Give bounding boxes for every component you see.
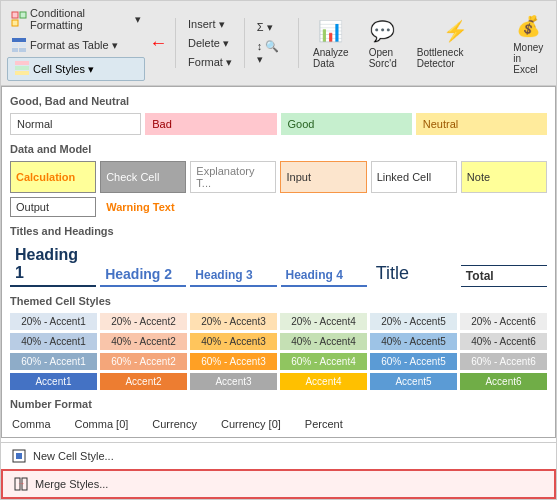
themed-cell[interactable]: 60% - Accent5 (370, 353, 457, 370)
title-cell[interactable]: Title (371, 260, 457, 287)
gbn-row: Normal Bad Good Neutral (10, 113, 547, 135)
themed-cell[interactable]: 20% - Accent2 (100, 313, 187, 330)
themed-cell[interactable]: 40% - Accent1 (10, 333, 97, 350)
insert-btn[interactable]: Insert ▾ (184, 16, 236, 33)
themed-cell[interactable]: Accent5 (370, 373, 457, 390)
toolbar: Conditional Formatting ▾ Format as Table… (1, 1, 556, 86)
svg-rect-2 (12, 20, 18, 26)
themed-cell[interactable]: Accent3 (190, 373, 277, 390)
format-as-table-btn[interactable]: Format as Table ▾ (7, 35, 145, 55)
heading1-cell[interactable]: Heading 1 (10, 243, 96, 287)
sort-icon: ↕ 🔍 ▾ (257, 40, 286, 66)
analyze-data-btn[interactable]: 📊 AnalyzeData (307, 15, 355, 71)
themed-grid: 20% - Accent120% - Accent220% - Accent32… (10, 313, 547, 390)
themed-cell[interactable]: 60% - Accent6 (460, 353, 547, 370)
headings-row: Heading 1 Heading 2 Heading 3 Heading 4 … (10, 243, 547, 287)
toolbar-sep1 (175, 18, 176, 68)
number-format-item[interactable]: Currency [0] (219, 416, 283, 432)
style-normal[interactable]: Normal (10, 113, 141, 135)
sort-btn[interactable]: ↕ 🔍 ▾ (253, 38, 290, 68)
analyze-data-label: AnalyzeData (313, 47, 349, 69)
conditional-formatting-icon (11, 11, 27, 27)
themed-cell[interactable]: 40% - Accent6 (460, 333, 547, 350)
svg-rect-3 (12, 38, 26, 42)
number-row: CommaComma [0]CurrencyCurrency [0]Percen… (10, 416, 547, 432)
insert-label: Insert (188, 18, 216, 30)
new-cell-style-btn[interactable]: New Cell Style... (1, 443, 556, 469)
style-bad[interactable]: Bad (145, 113, 276, 135)
heading2-cell[interactable]: Heading 2 (100, 263, 186, 287)
themed-cell[interactable]: 40% - Accent5 (370, 333, 457, 350)
red-arrow-indicator: ← (149, 33, 167, 54)
number-format-item[interactable]: Comma (10, 416, 53, 432)
heading3-cell[interactable]: Heading 3 (190, 265, 276, 287)
heading4-cell[interactable]: Heading 4 (281, 265, 367, 287)
insert-arrow: ▾ (219, 18, 225, 31)
style-good[interactable]: Good (281, 113, 412, 135)
dm-warning[interactable]: Warning Text (100, 197, 186, 217)
open-sorcd-icon: 💬 (369, 17, 397, 45)
svg-rect-4 (12, 43, 18, 47)
merge-icon: → (13, 476, 29, 492)
format-btn[interactable]: Format ▾ (184, 54, 236, 71)
number-format-item[interactable]: Percent (303, 416, 345, 432)
conditional-formatting-label: Conditional Formatting (30, 7, 132, 31)
bottleneck-btn[interactable]: ⚡ Bottleneck Detector (411, 15, 500, 71)
money-excel-btn[interactable]: 💰 Moneyin Excel (507, 10, 550, 77)
themed-cell[interactable]: 60% - Accent3 (190, 353, 277, 370)
themed-cell[interactable]: 20% - Accent4 (280, 313, 367, 330)
bottleneck-label: Bottleneck Detector (417, 47, 494, 69)
svg-rect-7 (19, 48, 26, 52)
themed-cell[interactable]: 40% - Accent4 (280, 333, 367, 350)
toolbar-left-group: Conditional Formatting ▾ Format as Table… (7, 5, 145, 81)
dm-check[interactable]: Check Cell (100, 161, 186, 193)
toolbar-sep3 (298, 18, 299, 68)
total-cell[interactable]: Total (461, 265, 547, 287)
themed-cell[interactable]: Accent1 (10, 373, 97, 390)
analyze-data-icon: 📊 (317, 17, 345, 45)
dropdown-arrow2: ▾ (112, 39, 118, 52)
number-section-title: Number Format (10, 398, 547, 410)
svg-rect-10 (15, 71, 29, 75)
cell-styles-label: Cell Styles (33, 63, 85, 75)
svg-rect-9 (15, 66, 29, 70)
themed-cell[interactable]: 60% - Accent1 (10, 353, 97, 370)
themed-cell[interactable]: Accent6 (460, 373, 547, 390)
open-sorcd-btn[interactable]: 💬 OpenSorc'd (363, 15, 403, 71)
themed-cell[interactable]: 60% - Accent4 (280, 353, 367, 370)
style-neutral[interactable]: Neutral (416, 113, 547, 135)
dm-note[interactable]: Note (461, 161, 547, 193)
themed-cell[interactable]: 20% - Accent5 (370, 313, 457, 330)
themed-cell[interactable]: 60% - Accent2 (100, 353, 187, 370)
themed-cell[interactable]: 40% - Accent3 (190, 333, 277, 350)
svg-rect-12 (16, 453, 22, 459)
cell-styles-btn[interactable]: Cell Styles ▾ (7, 57, 145, 81)
themed-cell[interactable]: 20% - Accent1 (10, 313, 97, 330)
dm-explanatory[interactable]: Explanatory T... (190, 161, 276, 193)
themed-cell[interactable]: 40% - Accent2 (100, 333, 187, 350)
dm-calculation[interactable]: Calculation (10, 161, 96, 193)
themed-cell[interactable]: 20% - Accent3 (190, 313, 277, 330)
merge-styles-btn[interactable]: → Merge Styles... (1, 469, 556, 499)
conditional-formatting-btn[interactable]: Conditional Formatting ▾ (7, 5, 145, 33)
merge-styles-label: Merge Styles... (35, 478, 108, 490)
delete-arrow: ▾ (223, 37, 229, 50)
themed-cell[interactable]: 20% - Accent6 (460, 313, 547, 330)
number-format-item[interactable]: Comma [0] (73, 416, 131, 432)
dm-input[interactable]: Input (280, 161, 366, 193)
money-icon: 💰 (515, 12, 543, 40)
dm-linked[interactable]: Linked Cell (371, 161, 457, 193)
toolbar-right: 📊 AnalyzeData 💬 OpenSorc'd ⚡ Bottleneck … (307, 10, 550, 77)
themed-cell[interactable]: Accent4 (280, 373, 367, 390)
sum-btn[interactable]: Σ ▾ (253, 19, 290, 36)
delete-btn[interactable]: Delete ▾ (184, 35, 236, 52)
gbn-section-title: Good, Bad and Neutral (10, 95, 547, 107)
new-style-icon (11, 448, 27, 464)
dm-output[interactable]: Output (10, 197, 96, 217)
themed-cell[interactable]: Accent2 (100, 373, 187, 390)
svg-rect-5 (19, 43, 26, 47)
cell-styles-icon (14, 60, 30, 78)
format-table-label: Format as Table (30, 39, 109, 51)
number-format-item[interactable]: Currency (150, 416, 199, 432)
format-table-icon (11, 37, 27, 53)
